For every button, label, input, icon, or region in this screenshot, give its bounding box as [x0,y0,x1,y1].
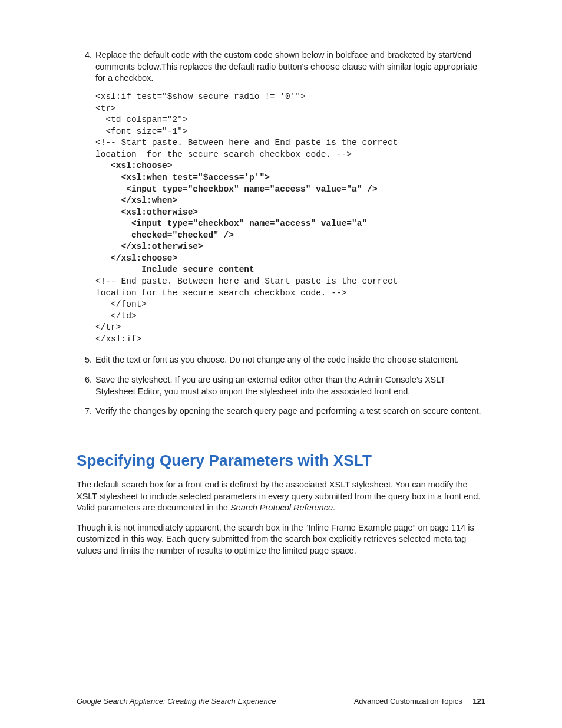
step-4-inline-code: choose [310,62,340,72]
footer-page-number: 121 [472,697,485,706]
step-5: Edit the text or font as you choose. Do … [94,354,485,366]
ordered-steps: Replace the default code with the custom… [77,50,485,417]
footer-doc-title: Google Search Appliance: Creating the Se… [77,697,276,706]
code-line: location for the secure search checkbox … [95,150,352,159]
step-7: Verify the changes by opening the search… [94,406,485,417]
step-7-text: Verify the changes by opening the search… [95,406,481,416]
footer-section-label: Advanced Customization Topics [354,697,462,706]
code-line: <font size="-1"> [95,127,188,136]
code-line: </xsl:if> [95,334,141,344]
para1-italic: Search Protocol Reference [230,503,333,512]
step-5-inline-code: choose [387,355,416,365]
code-line: </tr> [95,322,121,332]
step-5-text-after: statement. [416,355,459,364]
code-line-bold: </xsl:choose> [95,253,177,263]
step-6: Save the stylesheet. If you are using an… [94,374,485,397]
code-line-bold: <xsl:choose> [95,161,173,170]
footer-right: Advanced Customization Topics 121 [354,697,485,706]
step-6-text: Save the stylesheet. If you are using an… [95,375,445,396]
code-line-bold: Include secure content [95,265,254,274]
code-line-bold: <input type="checkbox" name="access" val… [95,219,367,228]
page-footer: Google Search Appliance: Creating the Se… [77,697,485,706]
code-line-bold: </xsl:otherwise> [95,242,203,251]
code-line: <!-- Start paste. Between here and End p… [95,138,398,147]
step-5-text-before: Edit the text or font as you choose. Do … [95,355,387,364]
para1-after: . [333,503,335,512]
code-line-bold: checked="checked" /> [95,230,234,240]
code-line-bold: </xsl:when> [95,196,177,205]
code-line-bold: <xsl:otherwise> [95,207,198,217]
code-line: <xsl:if test="$show_secure_radio != '0'"… [95,92,306,101]
code-line: location for the secure search checkbox … [95,288,346,298]
code-line: <tr> [95,104,116,113]
step-4: Replace the default code with the custom… [94,50,485,345]
code-line: <!-- End paste. Between here and Start p… [95,276,398,286]
code-line: </font> [95,299,147,309]
step-4-codeblock: <xsl:if test="$show_secure_radio != '0'"… [95,91,485,345]
code-line-bold: <xsl:when test="$access='p'"> [95,173,270,182]
code-line-bold: <input type="checkbox" name="access" val… [95,185,378,194]
code-line: <td colspan="2"> [95,115,188,124]
paragraph-2: Though it is not immediately apparent, t… [77,522,485,557]
section-heading: Specifying Query Parameters with XSLT [77,452,485,470]
page: Replace the default code with the custom… [0,0,562,728]
code-line: </td> [95,311,137,321]
paragraph-1: The default search box for a front end i… [77,479,485,514]
